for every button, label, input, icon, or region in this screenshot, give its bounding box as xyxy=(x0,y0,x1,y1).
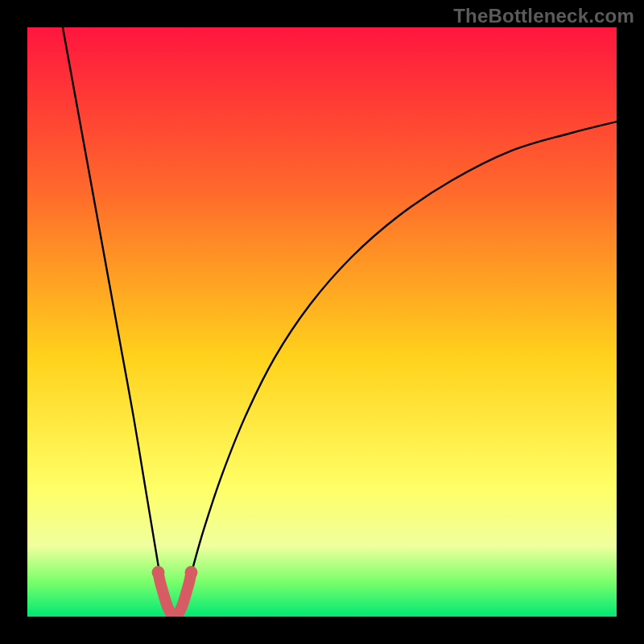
marker-end-dot xyxy=(185,566,198,579)
plot-area xyxy=(27,27,617,617)
bottleneck-chart xyxy=(27,27,617,617)
watermark-text: TheBottleneck.com xyxy=(453,5,634,27)
marker-end-dot xyxy=(152,566,165,579)
chart-frame: TheBottleneck.com xyxy=(0,0,644,644)
